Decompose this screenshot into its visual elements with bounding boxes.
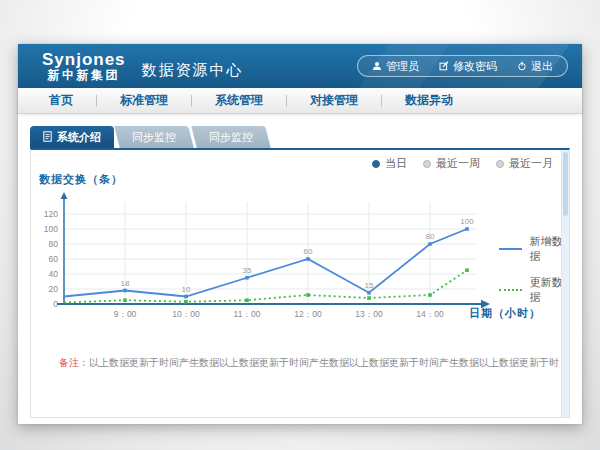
svg-text:11：00: 11：00 [234,309,261,319]
change-password-label: 修改密码 [453,59,497,74]
tab-bar: 系统介绍 同步监控 同步监控 [30,126,268,148]
radio-option-today[interactable]: 当日 [372,156,407,171]
svg-text:100: 100 [44,224,58,234]
svg-text:18: 18 [121,279,130,288]
tab-sync-monitor-2[interactable]: 同步监控 [191,126,270,148]
legend-swatch-updated-data [499,289,522,291]
logout-label: 退出 [531,59,553,74]
content-area: 系统介绍 同步监控 同步监控 当日 最近一周 [18,114,582,424]
footnote-body: 以上数据更新于时间产生数据以上数据更新于时间产生数据以上数据更新于时间产生数据以… [89,357,559,368]
user-icon [372,61,382,71]
radio-icon [496,160,504,168]
svg-text:10: 10 [182,285,191,294]
radio-option-last-week-label: 最近一周 [436,156,480,171]
radio-option-today-label: 当日 [385,156,407,171]
user-toolbar: 管理员 修改密码 退出 [357,55,568,77]
svg-text:9：00: 9：00 [114,309,137,319]
document-icon [43,131,52,144]
page-title: 数据资源中心 [142,53,244,80]
legend-item-new-data: 新增数据 [499,234,569,264]
radio-icon [372,160,380,168]
svg-text:60: 60 [304,247,313,256]
scrollbar-thumb[interactable] [563,152,568,216]
x-axis-title: 日期（小时） [469,306,541,321]
tab-system-intro[interactable]: 系统介绍 [30,126,114,148]
svg-text:100: 100 [460,217,474,226]
page-background: Synjones 新中新集团 数据资源中心 管理员 修改密码 [0,0,600,450]
tab-system-intro-label: 系统介绍 [57,130,101,145]
app-header: Synjones 新中新集团 数据资源中心 管理员 修改密码 [18,44,582,88]
radio-option-last-month-label: 最近一月 [509,156,553,171]
svg-text:13：00: 13：00 [355,309,383,319]
nav-item-standard-mgmt[interactable]: 标准管理 [97,92,191,109]
brand-logo: Synjones 新中新集团 [42,51,126,81]
svg-text:80: 80 [49,239,59,249]
svg-text:80: 80 [426,232,435,241]
nav-item-home[interactable]: 首页 [26,92,96,109]
edit-icon [439,61,449,71]
svg-text:10：00: 10：00 [172,309,200,319]
legend-swatch-new-data [499,248,522,250]
svg-text:14：00: 14：00 [416,309,444,319]
tab-sync-monitor-1[interactable]: 同步监控 [114,126,193,148]
svg-text:40: 40 [49,269,59,279]
legend-item-updated-data: 更新数据 [499,275,569,305]
footnote: 备注：以上数据更新于时间产生数据以上数据更新于时间产生数据以上数据更新于时间产生… [59,356,559,370]
y-axis-title: 数据交换（条） [39,172,123,187]
svg-text:12：00: 12：00 [294,309,322,319]
tab-sync-monitor-2-label: 同步监控 [209,130,253,145]
svg-text:20: 20 [49,284,59,294]
admin-user-label: 管理员 [386,59,419,74]
change-password-button[interactable]: 修改密码 [429,59,507,74]
logout-button[interactable]: 退出 [507,59,563,74]
brand-logo-en: Synjones [42,51,126,69]
brand-logo-cn: 新中新集团 [42,69,126,82]
line-chart: 0204060801001209：0010：0011：0012：0013：001… [41,190,501,330]
admin-user-button[interactable]: 管理员 [362,59,429,74]
svg-text:15: 15 [365,281,374,290]
app-window: Synjones 新中新集团 数据资源中心 管理员 修改密码 [18,44,582,424]
svg-text:60: 60 [49,254,59,264]
tab-sync-monitor-1-label: 同步监控 [132,130,176,145]
footnote-prefix: 备注： [59,357,89,368]
main-nav: 首页 标准管理 系统管理 对接管理 数据异动 [18,88,582,114]
radio-option-last-week[interactable]: 最近一周 [423,156,480,171]
nav-item-data-change[interactable]: 数据异动 [382,92,476,109]
nav-item-system-mgmt[interactable]: 系统管理 [192,92,286,109]
radio-icon [423,160,431,168]
time-range-filter: 当日 最近一周 最近一月 [372,156,553,171]
svg-text:120: 120 [44,209,58,219]
series-legend: 新增数据 更新数据 [499,234,569,305]
nav-item-interface-mgmt[interactable]: 对接管理 [287,92,381,109]
panel-scrollbar[interactable] [561,150,569,417]
chart-panel: 当日 最近一周 最近一月 数据交换（条） 0204060801001209：00… [30,148,570,418]
power-icon [517,61,527,71]
radio-option-last-month[interactable]: 最近一月 [496,156,553,171]
svg-text:35: 35 [243,266,252,275]
